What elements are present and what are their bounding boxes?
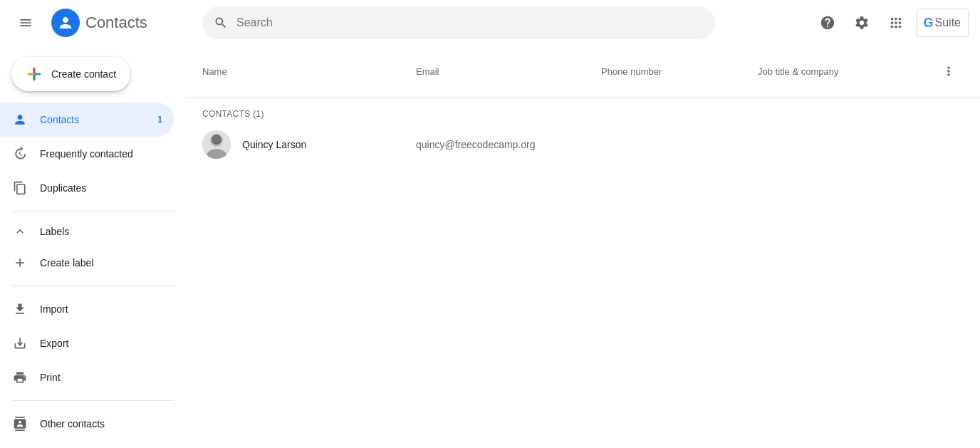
other-contacts-icon [11,417,28,431]
search-container [202,6,715,39]
sidebar-divider-3 [11,400,174,401]
app-logo: Contacts [51,9,147,37]
sidebar-item-other-contacts[interactable]: Other contacts [0,407,174,441]
sidebar: Create contact Contacts 1 Frequently con… [0,46,185,448]
other-contacts-label: Other contacts [40,418,105,429]
import-label: Import [40,303,68,315]
sidebar-divider-1 [11,211,174,212]
plus-label-icon [11,256,28,270]
contact-name: Quincy Larson [242,139,416,150]
topbar-right: G Suite [813,9,969,37]
labels-header-text: Labels [40,226,69,237]
search-input[interactable] [236,16,704,29]
sidebar-divider-2 [11,286,174,286]
search-icon [214,16,228,30]
column-email: Email [416,66,601,77]
export-label: Export [40,338,68,349]
sidebar-contacts-label: Contacts [40,114,79,125]
gsuite-g: G [924,16,934,31]
settings-button[interactable] [848,9,876,37]
table-more-button[interactable] [934,57,963,85]
print-icon [11,370,28,385]
gsuite-badge[interactable]: G Suite [916,9,969,37]
menu-button[interactable] [11,9,40,37]
duplicates-icon [11,181,28,195]
sidebar-frequently-label: Frequently contacted [40,148,133,160]
app-title: Contacts [85,14,147,32]
chevron-up-icon [11,224,28,239]
column-phone: Phone number [601,66,758,77]
contact-avatar [202,130,231,159]
contact-email: quincy@freecodecamp.org [416,139,601,150]
topbar-left: Contacts [11,9,197,37]
sidebar-item-export[interactable]: Export [0,326,174,360]
sidebar-item-contacts[interactable]: Contacts 1 [0,103,174,137]
content-area: Name Email Phone number Job title & comp… [185,46,980,448]
main-layout: Create contact Contacts 1 Frequently con… [0,46,980,448]
create-contact-label: Create contact [51,68,116,80]
sidebar-item-print[interactable]: Print [0,360,174,395]
contacts-section-label: CONTACTS (1) [185,98,980,125]
labels-section-header[interactable]: Labels [0,217,185,246]
sidebar-item-frequently-contacted[interactable]: Frequently contacted [0,137,174,171]
print-label: Print [40,372,61,383]
plus-icon [26,66,43,83]
sidebar-item-create-label[interactable]: Create label [0,246,174,280]
app-avatar [51,9,80,37]
export-icon [11,336,28,350]
topbar: Contacts G Suite [0,0,980,46]
column-job: Job title & company [758,66,934,77]
import-icon [11,302,28,316]
table-header: Name Email Phone number Job title & comp… [185,46,980,98]
clock-icon [11,147,28,161]
create-label-text: Create label [40,257,94,269]
help-button[interactable] [813,9,842,37]
apps-button[interactable] [882,9,910,37]
search-bar [202,6,715,39]
sidebar-duplicates-label: Duplicates [40,182,86,194]
contacts-icon [11,113,28,127]
gsuite-text: Suite [935,16,961,29]
create-contact-button[interactable]: Create contact [11,57,130,91]
svg-point-6 [212,135,221,144]
contacts-badge: 1 [157,115,162,125]
sidebar-item-duplicates[interactable]: Duplicates [0,171,174,205]
column-name: Name [202,66,416,77]
table-row[interactable]: Quincy Larson quincy@freecodecamp.org [185,125,980,165]
sidebar-item-import[interactable]: Import [0,292,174,326]
